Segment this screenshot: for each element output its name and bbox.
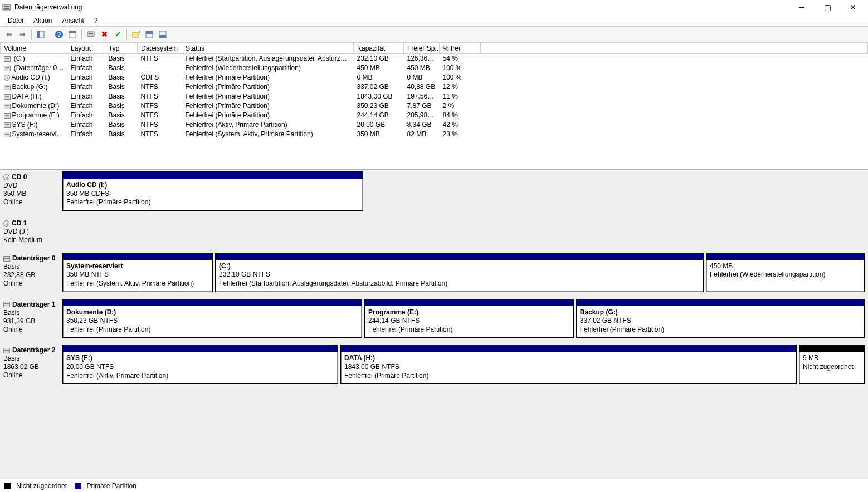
toolbar-separator xyxy=(126,29,127,40)
app-icon xyxy=(2,3,11,12)
titlebar: Datenträgerverwaltung ─ ▢ ✕ xyxy=(0,0,868,14)
check-icon[interactable]: ✔ xyxy=(112,29,123,40)
svg-rect-1 xyxy=(4,6,9,7)
back-button[interactable]: ⬅ xyxy=(3,29,14,40)
minimize-button[interactable]: ─ xyxy=(789,0,815,14)
menu-help[interactable]: ? xyxy=(90,16,103,26)
svg-rect-11 xyxy=(133,32,138,37)
svg-text:?: ? xyxy=(57,31,61,38)
window-title: Datenträgerverwaltung xyxy=(14,3,82,11)
svg-rect-2 xyxy=(4,8,9,9)
svg-rect-9 xyxy=(87,32,94,37)
menubar: Datei Aktion Ansicht ? xyxy=(0,14,868,27)
help-icon[interactable]: ? xyxy=(53,29,65,40)
delete-icon[interactable]: ✖ xyxy=(99,29,110,40)
menu-file[interactable]: Datei xyxy=(3,16,28,26)
refresh-icon[interactable] xyxy=(85,29,96,40)
toolbar-separator xyxy=(50,29,50,40)
maximize-button[interactable]: ▢ xyxy=(815,0,840,14)
toolbar: ⬅ ➡ ? ✖ ✔ + xyxy=(0,27,868,42)
show-hide-console-tree-icon[interactable] xyxy=(35,29,46,40)
toolbar-separator xyxy=(31,29,32,40)
layout-top-icon[interactable] xyxy=(144,29,155,40)
layout-bottom-icon[interactable] xyxy=(157,29,168,40)
forward-button[interactable]: ➡ xyxy=(17,29,28,40)
new-partition-icon[interactable]: + xyxy=(130,29,142,40)
properties-icon[interactable] xyxy=(67,29,78,40)
svg-rect-4 xyxy=(37,31,40,38)
svg-rect-8 xyxy=(69,31,76,33)
menu-action[interactable]: Aktion xyxy=(29,16,56,26)
toolbar-separator xyxy=(81,29,82,40)
close-button[interactable]: ✕ xyxy=(840,0,866,14)
svg-rect-14 xyxy=(146,31,153,34)
menu-view[interactable]: Ansicht xyxy=(57,16,88,26)
svg-text:+: + xyxy=(138,30,140,35)
svg-rect-10 xyxy=(89,33,93,34)
svg-rect-0 xyxy=(3,4,11,10)
svg-rect-16 xyxy=(159,35,166,38)
